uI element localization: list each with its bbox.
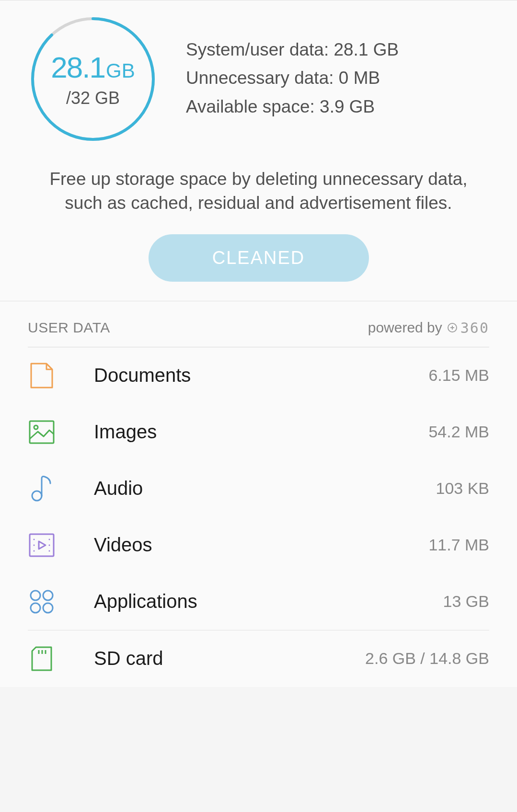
videos-icon xyxy=(28,531,56,559)
list-item-images[interactable]: Images 54.2 MB xyxy=(28,404,489,460)
item-label: Videos xyxy=(94,534,428,556)
unnecessary-data-text: Unnecessary data: 0 MB xyxy=(186,65,488,91)
powered-by-text: powered by xyxy=(368,320,442,336)
storage-header: 28.1GB /32 GB System/user data: 28.1 GB … xyxy=(29,15,488,143)
svg-point-13 xyxy=(49,544,50,546)
sdcard-icon xyxy=(28,645,56,673)
item-size: 2.6 GB / 14.8 GB xyxy=(365,649,489,668)
storage-progress-text: 28.1GB /32 GB xyxy=(51,50,135,108)
list-item-sdcard[interactable]: SD card 2.6 GB / 14.8 GB xyxy=(28,630,489,687)
svg-point-12 xyxy=(49,538,50,540)
system-user-data-text: System/user data: 28.1 GB xyxy=(186,36,488,63)
svg-point-18 xyxy=(43,603,53,613)
svg-rect-5 xyxy=(30,421,54,443)
item-label: SD card xyxy=(94,648,365,669)
storage-description: Free up storage space by deleting unnece… xyxy=(29,167,488,215)
item-size: 11.7 MB xyxy=(428,536,489,554)
documents-icon xyxy=(28,362,56,389)
brand-360-logo: 360 xyxy=(447,320,489,336)
svg-point-11 xyxy=(34,550,35,551)
available-space-text: Available space: 3.9 GB xyxy=(186,93,488,120)
total-storage-text: /32 GB xyxy=(51,88,135,108)
svg-point-16 xyxy=(43,591,53,600)
storage-details: System/user data: 28.1 GB Unnecessary da… xyxy=(186,36,488,122)
item-label: Images xyxy=(94,421,428,443)
storage-overview: 28.1GB /32 GB System/user data: 28.1 GB … xyxy=(0,0,517,301)
brand-360-text: 360 xyxy=(460,320,489,336)
clean-button[interactable]: CLEANED xyxy=(149,234,369,282)
item-label: Documents xyxy=(94,365,428,386)
list-item-videos[interactable]: Videos 11.7 MB xyxy=(28,517,489,573)
svg-point-15 xyxy=(31,591,40,600)
list-item-documents[interactable]: Documents 6.15 MB xyxy=(28,347,489,404)
audio-icon xyxy=(28,475,56,503)
item-size: 103 KB xyxy=(436,479,489,498)
storage-progress-circle: 28.1GB /32 GB xyxy=(29,15,157,143)
user-data-section: USER DATA powered by 360 Documents 6.15 … xyxy=(0,301,517,687)
used-storage-unit: GB xyxy=(106,59,135,82)
applications-icon xyxy=(28,588,56,616)
svg-point-17 xyxy=(31,603,40,613)
svg-point-6 xyxy=(34,425,38,429)
section-header: USER DATA powered by 360 xyxy=(28,301,489,347)
list-item-applications[interactable]: Applications 13 GB xyxy=(28,573,489,630)
svg-point-7 xyxy=(32,491,42,501)
used-storage-value: 28.1 xyxy=(51,51,105,84)
item-size: 13 GB xyxy=(443,592,489,611)
item-size: 54.2 MB xyxy=(428,423,489,441)
svg-point-14 xyxy=(49,550,50,551)
item-label: Audio xyxy=(94,478,436,499)
item-label: Applications xyxy=(94,591,443,612)
section-title: USER DATA xyxy=(28,320,110,336)
powered-by-label: powered by 360 xyxy=(368,320,489,336)
svg-point-9 xyxy=(34,538,35,540)
list-item-audio[interactable]: Audio 103 KB xyxy=(28,460,489,517)
brand-360-icon xyxy=(447,322,458,333)
item-size: 6.15 MB xyxy=(428,366,489,385)
images-icon xyxy=(28,418,56,446)
svg-point-10 xyxy=(34,544,35,546)
